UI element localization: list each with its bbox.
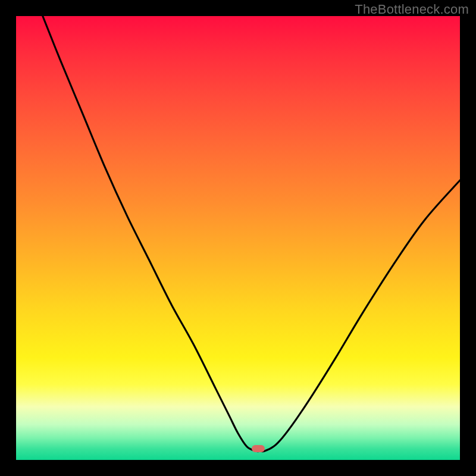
- bottleneck-curve: [43, 16, 460, 452]
- chart-frame: TheBottleneck.com: [0, 0, 476, 476]
- curve-svg: [16, 16, 460, 460]
- optimal-marker: [252, 445, 265, 452]
- plot-area: [16, 16, 460, 460]
- watermark-text: TheBottleneck.com: [355, 2, 469, 17]
